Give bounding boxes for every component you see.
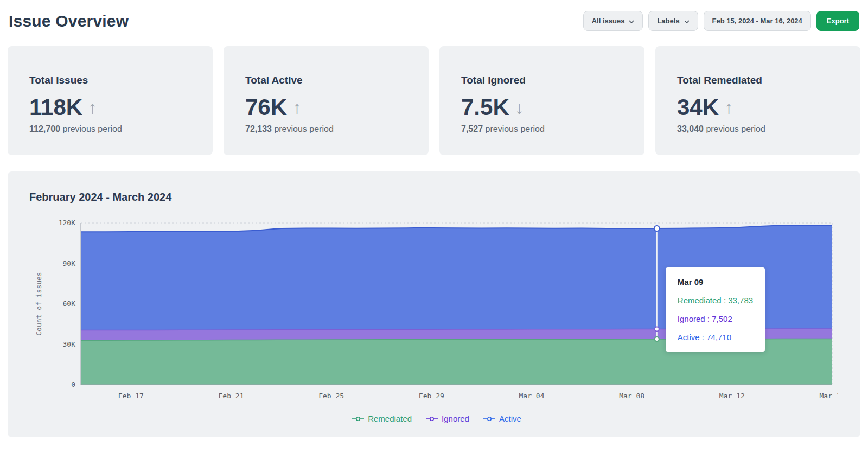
legend-label: Remediated (368, 414, 412, 423)
previous-label: previous period (486, 124, 545, 133)
svg-text:Mar 04: Mar 04 (519, 392, 545, 400)
stat-card-total-active: Total Active 76K ↑ 72,133 previous perio… (224, 46, 429, 155)
previous-label: previous period (274, 124, 333, 133)
trend-up-arrow-icon: ↑ (88, 98, 97, 117)
svg-text:60K: 60K (63, 300, 76, 308)
svg-text:Count of issues: Count of issues (35, 272, 43, 335)
svg-text:120K: 120K (59, 219, 75, 227)
legend-marker-icon (483, 416, 495, 422)
svg-text:90K: 90K (63, 259, 76, 267)
svg-text:Mar 08: Mar 08 (619, 392, 644, 400)
previous-value: 7,527 (461, 124, 483, 133)
stat-card-value: 76K (245, 96, 287, 119)
labels-filter-label: Labels (657, 17, 679, 25)
stat-card-title: Total Issues (29, 74, 191, 86)
legend-item-remediated[interactable]: Remediated (352, 414, 412, 423)
legend-marker-icon (352, 416, 364, 422)
legend-marker-icon (426, 416, 438, 422)
svg-text:Feb 21: Feb 21 (219, 392, 244, 400)
legend-label: Active (499, 414, 521, 423)
legend-item-ignored[interactable]: Ignored (426, 414, 469, 423)
issues-filter-dropdown[interactable]: All issues (583, 11, 643, 31)
chart-title: February 2024 - March 2024 (29, 191, 844, 203)
topbar: Issue Overview All issues Labels Feb 15,… (8, 9, 860, 31)
stat-card-title: Total Active (245, 74, 407, 86)
previous-label: previous period (62, 124, 122, 133)
stat-card-previous: 72,133 previous period (245, 124, 407, 134)
legend-item-active[interactable]: Active (483, 414, 521, 423)
labels-filter-dropdown[interactable]: Labels (648, 11, 698, 31)
issues-trend-chart[interactable]: 030K60K90K120KFeb 17Feb 21Feb 25Feb 29Ma… (29, 215, 844, 409)
previous-label: previous period (706, 124, 765, 133)
issues-filter-label: All issues (592, 17, 625, 25)
chart-card: February 2024 - March 2024 030K60K90K120… (8, 171, 860, 437)
legend-label: Ignored (442, 414, 469, 423)
stat-card-total-ignored: Total Ignored 7.5K ↓ 7,527 previous peri… (439, 46, 644, 155)
stat-card-previous: 112,700 previous period (29, 124, 191, 134)
svg-text:Feb 29: Feb 29 (419, 392, 444, 400)
stat-card-previous: 7,527 previous period (461, 124, 623, 134)
trend-up-arrow-icon: ↑ (724, 98, 733, 117)
tooltip-row: Ignored : 7,502 (678, 314, 753, 323)
stat-card-value: 118K (29, 96, 82, 119)
previous-value: 112,700 (29, 124, 60, 133)
header-controls: All issues Labels Feb 15, 2024 - Mar 16,… (583, 11, 859, 31)
trend-down-arrow-icon: ↓ (515, 98, 524, 117)
stat-card-total-remediated: Total Remediated 34K ↑ 33,040 previous p… (655, 46, 860, 155)
trend-up-arrow-icon: ↑ (292, 98, 302, 117)
chevron-down-icon (684, 17, 690, 25)
stat-card-previous: 33,040 previous period (677, 124, 839, 134)
stat-cards-row: Total Issues 118K ↑ 112,700 previous per… (8, 46, 860, 155)
chart-legend: RemediatedIgnoredActive (29, 414, 844, 423)
chevron-down-icon (629, 17, 634, 25)
chart-tooltip: Mar 09 Remediated : 33,783Ignored : 7,50… (666, 267, 765, 352)
stat-card-total-issues: Total Issues 118K ↑ 112,700 previous per… (8, 46, 213, 155)
svg-text:0: 0 (71, 380, 75, 388)
page-title: Issue Overview (9, 12, 129, 30)
tooltip-date: Mar 09 (678, 277, 753, 286)
previous-value: 33,040 (677, 124, 704, 133)
stat-card-value: 7.5K (461, 96, 509, 119)
svg-text:Feb 25: Feb 25 (318, 392, 344, 400)
stat-card-value: 34K (677, 96, 719, 119)
stat-card-title: Total Ignored (461, 74, 623, 86)
tooltip-rows: Remediated : 33,783Ignored : 7,502Active… (678, 296, 753, 342)
svg-text:30K: 30K (63, 340, 76, 348)
stat-card-title: Total Remediated (677, 74, 839, 86)
tooltip-row: Remediated : 33,783 (678, 296, 753, 305)
export-button[interactable]: Export (816, 11, 859, 31)
date-range-label: Feb 15, 2024 - Mar 16, 2024 (712, 17, 802, 25)
tooltip-row: Active : 74,710 (678, 333, 753, 342)
svg-text:Mar 12: Mar 12 (719, 392, 745, 400)
svg-text:Feb 17: Feb 17 (118, 392, 144, 400)
date-range-picker[interactable]: Feb 15, 2024 - Mar 16, 2024 (704, 11, 811, 31)
svg-text:Mar 16: Mar 16 (820, 392, 838, 400)
previous-value: 72,133 (245, 124, 272, 133)
issue-overview-page: Issue Overview All issues Labels Feb 15,… (0, 0, 868, 446)
